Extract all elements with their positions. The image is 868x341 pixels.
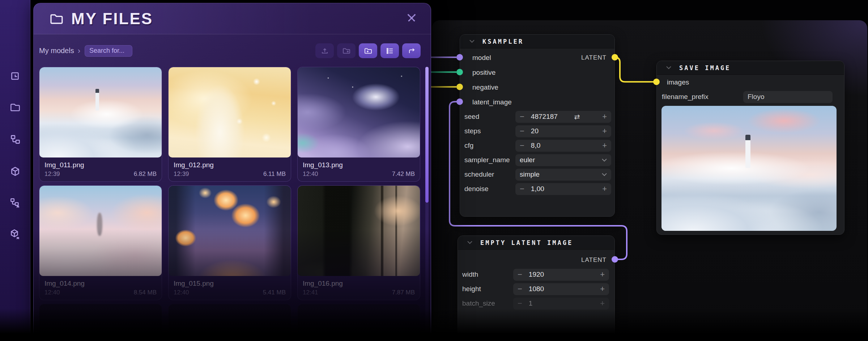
- add-folder-button[interactable]: [359, 43, 377, 58]
- save-image-preview[interactable]: [661, 106, 837, 231]
- increment-button[interactable]: +: [600, 285, 605, 293]
- file-thumbnail[interactable]: [298, 67, 420, 157]
- sidebar-item-saved-models[interactable]: [9, 228, 21, 241]
- scrollbar-thumb[interactable]: [425, 67, 429, 203]
- param-select[interactable]: euler: [515, 154, 611, 166]
- increment-button[interactable]: +: [600, 271, 605, 279]
- decrement-button[interactable]: −: [518, 285, 522, 293]
- param-stepper[interactable]: −8,0+: [515, 140, 611, 152]
- decrement-button[interactable]: −: [518, 299, 522, 307]
- decrement-button[interactable]: −: [520, 185, 524, 193]
- param-text-field[interactable]: Floyo: [743, 91, 833, 103]
- file-size: 7.87 MB: [392, 289, 415, 296]
- app-stage: KSAMPLER modelLATENTpositivenegativelate…: [0, 0, 868, 341]
- param-label: seed: [464, 113, 515, 121]
- param-label: steps: [464, 127, 515, 135]
- file-name: Img_012.png: [174, 161, 286, 169]
- close-button[interactable]: [405, 12, 418, 26]
- file-thumbnail[interactable]: [39, 186, 162, 276]
- file-card[interactable]: Img_015.png 12:40 5.41 MB: [168, 185, 291, 300]
- saved-workflows-icon: [9, 197, 21, 209]
- history-icon: [9, 70, 21, 82]
- param-row-sampler_name: sampler_nameeuler: [460, 153, 614, 167]
- sidebar-item-workflows[interactable]: [9, 133, 21, 146]
- node-header[interactable]: EMPTY LATENT IMAGE: [458, 236, 614, 250]
- node-header[interactable]: SAVE IMAGE: [657, 61, 844, 75]
- file-card-partial[interactable]: [297, 304, 420, 341]
- input-row-model[interactable]: modelLATENT: [460, 50, 614, 65]
- increment-button[interactable]: +: [602, 185, 607, 193]
- param-stepper[interactable]: −1080+: [513, 283, 609, 295]
- decrement-button[interactable]: −: [520, 113, 524, 121]
- param-row-height: height−1080+: [458, 282, 614, 296]
- param-row-steps: steps−20+: [460, 124, 614, 138]
- increment-button[interactable]: +: [600, 299, 605, 307]
- node-header[interactable]: KSAMPLER: [460, 35, 614, 48]
- sidebar-item-history[interactable]: [9, 70, 21, 82]
- file-thumbnail[interactable]: [169, 67, 291, 157]
- param-select[interactable]: simple: [515, 169, 611, 181]
- list-view-button[interactable]: [380, 43, 399, 58]
- sidebar-item-files[interactable]: [9, 101, 21, 113]
- share-button[interactable]: [402, 43, 421, 58]
- node-empty-latent-image[interactable]: EMPTY LATENT IMAGE LATENT width−1920+hei…: [458, 236, 615, 341]
- increment-button[interactable]: +: [602, 142, 607, 150]
- param-value: 20: [531, 127, 539, 135]
- page-title: MY FILES: [71, 10, 153, 28]
- node-ksampler[interactable]: KSAMPLER modelLATENTpositivenegativelate…: [460, 34, 615, 217]
- breadcrumb[interactable]: My models: [39, 47, 74, 55]
- param-label: denoise: [464, 185, 515, 193]
- workflow-icon: [9, 133, 21, 146]
- input-row-images[interactable]: images: [657, 75, 844, 90]
- param-stepper[interactable]: −1920+: [513, 269, 609, 281]
- increment-button[interactable]: +: [602, 127, 607, 135]
- folder-plus-icon: [364, 47, 373, 55]
- output-row-latent[interactable]: LATENT: [458, 252, 614, 267]
- upload-button[interactable]: [315, 43, 334, 58]
- param-stepper[interactable]: −20+: [515, 125, 611, 137]
- node-save-image[interactable]: SAVE IMAGE images filename_prefixFloyo: [656, 61, 844, 235]
- file-card[interactable]: Img_012.png 12:39 6.11 MB: [168, 67, 291, 182]
- node-title: EMPTY LATENT IMAGE: [480, 239, 573, 246]
- collapse-chevron-icon[interactable]: [666, 66, 671, 69]
- file-size: 6.82 MB: [134, 170, 157, 178]
- file-name: Img_011.png: [44, 161, 157, 169]
- file-size: 5.41 MB: [263, 289, 286, 296]
- sidebar-item-saved-workflows[interactable]: [9, 197, 21, 209]
- remove-folder-button[interactable]: [337, 43, 356, 58]
- file-card-partial[interactable]: [168, 304, 291, 341]
- randomize-icon[interactable]: ⇄: [574, 113, 580, 121]
- sidebar-item-models[interactable]: [9, 165, 21, 178]
- my-files-panel: MY FILES My models Search for...: [33, 3, 431, 341]
- input-row-negative[interactable]: negative: [460, 80, 614, 95]
- file-card[interactable]: Img_014.png 12:40 8.54 MB: [39, 185, 162, 300]
- param-row-batch_size: batch_size−1+: [458, 296, 614, 311]
- search-input[interactable]: Search for...: [85, 45, 132, 57]
- file-size: 6.11 MB: [263, 170, 286, 178]
- input-row-latent_image[interactable]: latent_image: [460, 95, 614, 109]
- collapse-chevron-icon[interactable]: [469, 40, 475, 43]
- file-size: 8.54 MB: [134, 289, 157, 296]
- file-thumbnail[interactable]: [39, 67, 162, 157]
- decrement-button[interactable]: −: [520, 142, 524, 150]
- file-card[interactable]: Img_013.png 12:40 7.42 MB: [297, 67, 420, 182]
- decrement-button[interactable]: −: [520, 127, 524, 135]
- folder-x-icon: [342, 47, 351, 55]
- param-label: sampler_name: [464, 156, 515, 164]
- collapse-chevron-icon[interactable]: [467, 241, 472, 244]
- file-card[interactable]: Img_011.png 12:39 6.82 MB: [39, 67, 162, 182]
- param-stepper[interactable]: −1+: [513, 298, 609, 310]
- param-stepper[interactable]: −1,00+: [515, 183, 611, 195]
- decrement-button[interactable]: −: [518, 271, 522, 279]
- folder-icon: [9, 101, 21, 113]
- input-row-positive[interactable]: positive: [460, 65, 614, 80]
- param-label: scheduler: [464, 170, 515, 178]
- param-stepper[interactable]: −4872187⇄+: [515, 111, 611, 123]
- param-value: euler: [520, 156, 535, 164]
- file-thumbnail[interactable]: [298, 186, 420, 276]
- file-card[interactable]: Img_016.png 12:41 7.87 MB: [297, 185, 420, 300]
- file-thumbnail[interactable]: [169, 186, 291, 276]
- file-card-partial[interactable]: [39, 304, 162, 341]
- input-label: latent_image: [472, 98, 512, 106]
- increment-button[interactable]: +: [602, 113, 607, 121]
